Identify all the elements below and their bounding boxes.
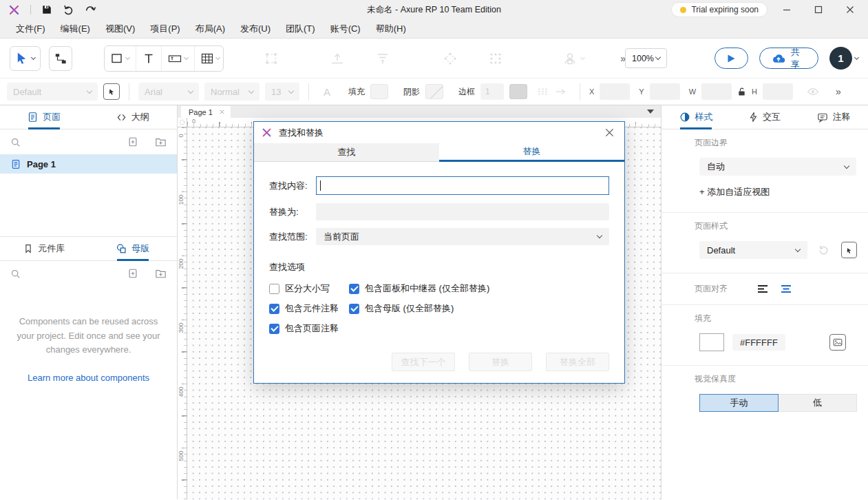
tab-close-icon[interactable] bbox=[220, 110, 224, 114]
find-next-button[interactable]: 查找下一个 bbox=[392, 353, 455, 371]
dialog-tab-find[interactable]: 查找 bbox=[254, 143, 439, 162]
tab-notes-label: 注释 bbox=[833, 111, 851, 123]
share-button-label: 共享 bbox=[791, 46, 806, 71]
dialog-close-button[interactable] bbox=[602, 125, 617, 140]
fill-color-swatch bbox=[370, 84, 388, 99]
fill-color-swatch[interactable] bbox=[699, 333, 724, 351]
select-tool-button[interactable] bbox=[10, 46, 41, 71]
option-include-masters[interactable]: 包含母版 (仅全部替换) bbox=[349, 302, 609, 315]
text-tool-button[interactable] bbox=[136, 46, 162, 71]
find-what-input[interactable] bbox=[316, 176, 609, 195]
learn-components-link[interactable]: Learn more about components bbox=[0, 373, 177, 383]
style-picker-button[interactable] bbox=[841, 242, 857, 258]
fidelity-low-button[interactable]: 低 bbox=[779, 394, 857, 412]
undo-icon[interactable] bbox=[63, 4, 74, 16]
page-style-value: Default bbox=[707, 245, 735, 256]
rectangle-tool-button[interactable] bbox=[105, 46, 136, 71]
menu-publish[interactable]: 发布(U) bbox=[233, 21, 278, 37]
menu-file[interactable]: 文件(F) bbox=[8, 21, 53, 37]
add-page-button[interactable] bbox=[127, 136, 138, 147]
checkbox-unchecked-icon[interactable] bbox=[269, 284, 279, 294]
search-icon[interactable] bbox=[10, 137, 21, 147]
chevron-down-icon bbox=[854, 54, 859, 59]
tab-list-dropdown[interactable] bbox=[647, 110, 654, 114]
dialog-header[interactable]: 查找和替换 bbox=[254, 122, 624, 143]
menu-help[interactable]: 帮助(H) bbox=[368, 21, 414, 37]
connector-tool-button[interactable] bbox=[49, 46, 72, 71]
checkbox-checked-icon[interactable] bbox=[349, 284, 359, 294]
page-bounds-select[interactable]: 自动 bbox=[699, 158, 856, 176]
checkbox-checked-icon[interactable] bbox=[269, 304, 279, 314]
page-style-label: 页面样式 bbox=[695, 220, 857, 232]
canvas-tab-page1[interactable]: Page 1 bbox=[181, 106, 231, 118]
account-menu[interactable]: 1 bbox=[829, 47, 858, 70]
y-label: Y bbox=[639, 87, 644, 96]
menu-team[interactable]: 团队(T) bbox=[278, 21, 323, 37]
tab-style[interactable]: 样式 bbox=[661, 105, 730, 129]
preview-button[interactable] bbox=[714, 48, 748, 69]
lightning-icon bbox=[749, 112, 758, 123]
tab-libraries[interactable]: 元件库 bbox=[0, 237, 89, 260]
page-tree-item-page1[interactable]: Page 1 bbox=[0, 154, 177, 174]
menu-arrange[interactable]: 布局(A) bbox=[188, 21, 233, 37]
tab-notes[interactable]: 注释 bbox=[799, 105, 868, 129]
menu-account[interactable]: 账号(C) bbox=[323, 21, 368, 37]
checkbox-checked-icon[interactable] bbox=[349, 304, 359, 314]
replace-with-input[interactable] bbox=[316, 203, 609, 220]
lock-ratio-icon[interactable] bbox=[737, 87, 746, 96]
tab-masters[interactable]: 母版 bbox=[89, 237, 178, 260]
align-center-button[interactable] bbox=[780, 284, 792, 294]
align-left-button[interactable] bbox=[756, 284, 769, 294]
option-include-panels-repeaters[interactable]: 包含面板和中继器 (仅全部替换) bbox=[349, 282, 609, 295]
format-overflow-button[interactable]: » bbox=[836, 86, 840, 97]
search-scope-label: 查找范围: bbox=[269, 231, 316, 243]
save-icon[interactable] bbox=[41, 4, 52, 15]
zoom-select[interactable]: 100% bbox=[625, 48, 667, 68]
add-master-button[interactable] bbox=[127, 268, 138, 279]
page-style-select[interactable]: Default bbox=[699, 241, 807, 259]
note-bubble-icon bbox=[817, 112, 828, 123]
close-button[interactable] bbox=[838, 1, 862, 18]
arrow-style-icon bbox=[555, 87, 567, 96]
tab-outline[interactable]: 大纲 bbox=[89, 105, 178, 129]
vertical-ruler: 0 100 200 300 400 500 bbox=[178, 127, 187, 499]
trial-badge[interactable]: Trial expiring soon bbox=[671, 2, 768, 17]
add-master-folder-button[interactable] bbox=[155, 268, 167, 279]
input-tool-button[interactable] bbox=[162, 46, 195, 71]
ruler-label: 0 bbox=[178, 125, 184, 146]
menubar: 文件(F) 编辑(E) 视图(V) 项目(P) 布局(A) 发布(U) 团队(T… bbox=[0, 19, 868, 39]
option-include-widget-notes[interactable]: 包含元件注释 bbox=[269, 302, 349, 315]
fidelity-manual-button[interactable]: 手动 bbox=[699, 394, 779, 412]
table-tool-button[interactable] bbox=[195, 46, 224, 71]
option-match-case[interactable]: 区分大小写 bbox=[269, 282, 349, 295]
search-scope-select[interactable]: 当前页面 bbox=[316, 228, 609, 245]
option-include-page-notes[interactable]: 包含页面注释 bbox=[269, 322, 349, 335]
divider bbox=[580, 83, 580, 101]
redo-icon[interactable] bbox=[85, 4, 96, 16]
add-adaptive-view-link[interactable]: + 添加自适应视图 bbox=[699, 186, 857, 198]
w-field bbox=[701, 83, 732, 100]
fill-hex-field[interactable]: #FFFFFF bbox=[732, 334, 785, 351]
tab-interactions-label: 交互 bbox=[763, 111, 781, 123]
tab-interactions[interactable]: 交互 bbox=[730, 105, 799, 129]
style-picker-button[interactable] bbox=[103, 83, 120, 100]
replace-all-button[interactable]: 替换全部 bbox=[546, 353, 609, 371]
tab-pages[interactable]: 页面 bbox=[0, 105, 89, 129]
checkbox-checked-icon[interactable] bbox=[269, 324, 279, 334]
add-folder-button[interactable] bbox=[155, 136, 167, 147]
connector-icon bbox=[54, 52, 67, 65]
replace-button[interactable]: 替换 bbox=[469, 353, 532, 371]
maximize-button[interactable] bbox=[806, 1, 831, 18]
dialog-tab-replace[interactable]: 替换 bbox=[439, 143, 624, 162]
menu-project[interactable]: 项目(P) bbox=[142, 21, 187, 37]
share-button[interactable]: 共享 bbox=[759, 48, 818, 69]
search-icon[interactable] bbox=[10, 269, 21, 279]
image-fill-button[interactable] bbox=[829, 334, 846, 351]
avatar[interactable]: 1 bbox=[829, 47, 852, 70]
toolbar-overflow-button[interactable]: » bbox=[620, 53, 625, 64]
menu-view[interactable]: 视图(V) bbox=[98, 21, 142, 37]
minimize-button[interactable] bbox=[774, 1, 799, 18]
w-label: W bbox=[689, 87, 696, 96]
menu-edit[interactable]: 编辑(E) bbox=[53, 21, 98, 37]
page-bounds-value: 自动 bbox=[707, 160, 725, 173]
